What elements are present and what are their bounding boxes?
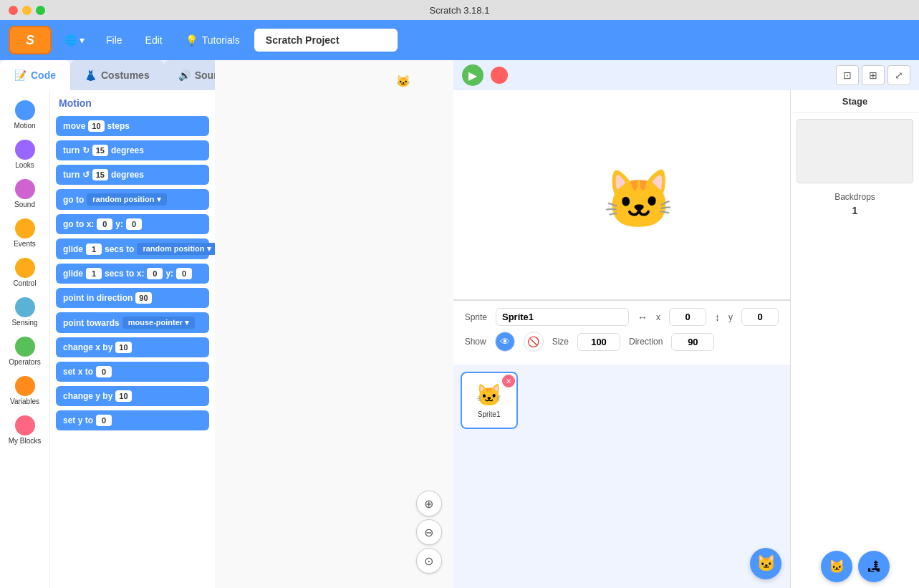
sprite-thumbnail-sprite1[interactable]: ✕ 🐱 Sprite1 [461,372,518,429]
block-turncw-input[interactable]: 15 [92,145,108,156]
block-point-dir[interactable]: point in direction 90 [56,288,209,308]
size-field[interactable] [577,333,620,351]
zoom-out-button[interactable]: ⊖ [416,519,442,545]
x-field[interactable] [669,308,706,326]
globe-menu[interactable]: 🌐 ▾ [57,30,92,50]
add-backdrop-cat-button[interactable]: 🐱 [821,551,852,582]
block-pointtowards-dropdown[interactable]: mouse-pointer ▾ [122,317,195,329]
direction-field[interactable] [671,333,714,351]
sidebar-item-events[interactable]: Events [4,216,47,251]
block-glide-xy[interactable]: glide 1 secs to x: 0 y: 0 [56,264,209,284]
block-turn-ccw[interactable]: turn ↺ 15 degrees [56,165,209,185]
tutorials-button[interactable]: 💡 Tutorials [177,30,249,50]
block-move-label: move [63,121,85,131]
block-goto[interactable]: go to random position ▾ [56,189,209,210]
block-change-y[interactable]: change y by 10 [56,386,209,406]
layout-fullscreen-button[interactable]: ⤢ [887,65,910,85]
block-glidexy-y[interactable]: 0 [176,268,192,279]
control-dot [15,258,35,278]
block-move-input[interactable]: 10 [88,120,104,132]
block-goto-xy[interactable]: go to x: 0 y: 0 [56,214,209,234]
project-name-input[interactable] [254,29,398,52]
block-glide-to[interactable]: glide 1 secs to random position ▾ [56,238,209,259]
minimize-button[interactable] [22,6,32,15]
sidebar-item-sensing[interactable]: Sensing [4,294,47,329]
block-sety-input[interactable]: 0 [96,415,112,426]
control-label: Control [13,279,36,287]
block-gotoxy-y[interactable]: 0 [126,218,142,230]
layout-small-button[interactable]: ⊡ [836,65,859,85]
maximize-button[interactable] [36,6,45,15]
block-turn-cw[interactable]: turn ↻ 15 degrees [56,140,209,160]
file-menu[interactable]: File [97,30,131,50]
stage-panel-header: Stage [791,90,919,113]
block-point-towards[interactable]: point towards mouse-pointer ▾ [56,312,209,333]
block-pointdir-input[interactable]: 90 [135,292,151,304]
block-glidexy-x[interactable]: 0 [147,268,163,279]
sidebar-item-motion[interactable]: Motion [4,97,47,132]
globe-chevron: ▾ [80,34,85,46]
block-move[interactable]: move 10 steps [56,116,209,136]
block-change-x[interactable]: change x by 10 [56,337,209,357]
stage-thumbnail[interactable] [797,119,913,183]
sound-dot [15,179,35,199]
blocks-panel: MotionLooksSoundEventsControlSensingOper… [0,90,215,588]
layout-medium-button[interactable]: ⊞ [862,65,885,85]
sprite-label: Sprite [465,312,487,322]
hide-button[interactable]: 🚫 [524,332,544,352]
block-set-y[interactable]: set y to 0 [56,410,209,430]
tab-costumes[interactable]: 👗 Costumes [70,60,164,90]
script-canvas[interactable]: 🐱 ⊕ ⊖ ⊙ [215,60,453,588]
sounds-tab-icon: 🔊 [178,69,191,81]
show-button[interactable]: 👁 [495,332,515,352]
block-set-x[interactable]: set x to 0 [56,362,209,382]
globe-icon: 🌐 [64,34,77,46]
main-layout: 📝 Code 👗 Costumes 🔊 Sounds MotionLooksSo… [0,60,919,588]
stage-display: 🐱 [453,90,790,300]
stage-cat: 🐱 [603,166,660,223]
sidebar-item-control[interactable]: Control [4,255,47,290]
block-setx-input[interactable]: 0 [96,366,112,377]
sprite-delete-button[interactable]: ✕ [502,375,515,387]
sprite-name-field[interactable] [496,308,629,326]
block-turnccw-input[interactable]: 15 [92,169,108,180]
sidebar-item-sound[interactable]: Sound [4,176,47,211]
menu-bar: S 🌐 ▾ File Edit 💡 Tutorials [0,20,919,60]
block-glideto-dropdown[interactable]: random position ▾ [137,243,215,255]
tab-code[interactable]: 📝 Code [0,60,70,90]
stage-right-panel: Stage Backdrops 1 🐱 🏞 [790,90,919,588]
edit-menu[interactable]: Edit [137,30,171,50]
y-field[interactable] [741,308,779,326]
tabs: 📝 Code 👗 Costumes 🔊 Sounds [0,60,215,90]
stage-controls: ▶ ⊡ ⊞ ⤢ [453,60,919,90]
zoom-in-button[interactable]: ⊕ [416,491,442,516]
block-changex-input[interactable]: 10 [115,342,131,353]
sprite-list-area: ✕ 🐱 Sprite1 🐱 [453,365,790,588]
sensing-dot [15,297,35,317]
motion-label: Motion [14,122,35,130]
costumes-tab-label: Costumes [101,69,150,81]
sidebar-item-variables[interactable]: Variables [4,373,47,408]
add-sprite-button[interactable]: 🐱 [750,548,781,579]
sprite-cat-icon: 🐱 [476,382,502,408]
myblocks-dot [15,415,35,435]
stop-button[interactable] [491,67,508,84]
sprite-info-row-2: Show 👁 🚫 Size Direction [465,332,779,352]
code-tab-icon: 📝 [14,69,27,81]
sidebar-item-operators[interactable]: Operators [4,334,47,369]
block-gotoxy-x[interactable]: 0 [97,218,112,230]
add-backdrop-scene-button[interactable]: 🏞 [858,551,890,582]
block-glideto-input[interactable]: 1 [86,244,102,255]
sidebar-item-myblocks[interactable]: My Blocks [4,413,47,448]
y-label: y [728,312,733,322]
block-changey-input[interactable]: 10 [115,390,131,402]
sidebar-item-looks[interactable]: Looks [4,137,47,172]
traffic-lights [9,6,45,15]
green-flag-button[interactable]: ▶ [462,64,483,86]
close-button[interactable] [9,6,18,15]
zoom-reset-button[interactable]: ⊙ [416,548,442,574]
left-panel: 📝 Code 👗 Costumes 🔊 Sounds MotionLooksSo… [0,60,215,588]
costumes-tab-icon: 👗 [85,69,97,81]
block-glidexy-t[interactable]: 1 [86,268,102,279]
block-goto-dropdown[interactable]: random position ▾ [87,193,166,206]
